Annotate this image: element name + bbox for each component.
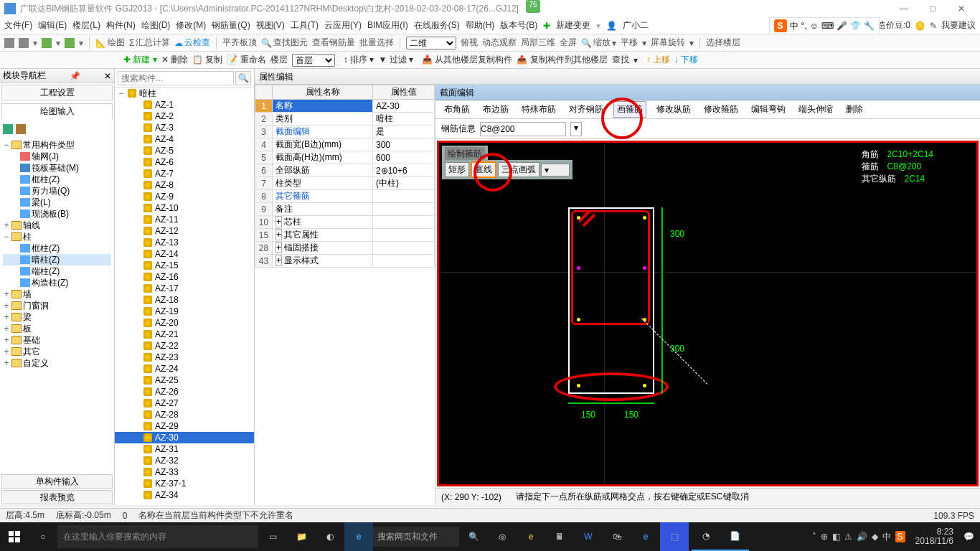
tray-ime-icon[interactable]: 中 <box>882 531 891 543</box>
ime-punct-icon[interactable]: °, <box>801 21 807 31</box>
task-edge-icon[interactable]: e <box>631 522 660 551</box>
list-item[interactable]: AZ-15 <box>115 260 254 271</box>
taskbar-clock[interactable]: 8:232018/11/6 <box>910 527 959 546</box>
property-row[interactable]: 8其它箍筋 <box>255 190 435 203</box>
user-name[interactable]: 广小二 <box>623 19 649 32</box>
undo-icon[interactable] <box>42 38 52 48</box>
list-item[interactable]: AZ-28 <box>115 409 254 420</box>
notification-icon[interactable]: 💬 <box>963 532 974 542</box>
new-button[interactable]: ✚ 新建 ▾ <box>123 54 157 66</box>
move-down-button[interactable]: ↓ 下移 <box>674 54 698 66</box>
task-ie2-icon[interactable]: e <box>517 522 545 551</box>
minimize-button[interactable]: — <box>890 4 918 14</box>
property-row[interactable]: 1名称AZ-30 <box>255 100 435 113</box>
menu-rebar[interactable]: 钢筋量(Q) <box>212 19 250 32</box>
section-tab[interactable]: 编辑弯钩 <box>748 102 788 117</box>
zoom-button[interactable]: 🔍 缩放 ▾ <box>581 37 616 49</box>
ime-skin-icon[interactable]: 👕 <box>850 21 861 31</box>
delete-button[interactable]: ✕ 删除 <box>161 54 188 66</box>
section-canvas[interactable]: 绘制箍筋 矩形 直线 三点画弧 ▾ 角筋 2C10+2C14 箍筋 C8@200… <box>437 141 979 486</box>
dock-close-icon[interactable]: ✕ <box>104 71 111 81</box>
draw-button[interactable]: 📐 绘图 <box>95 37 125 49</box>
list-item[interactable]: AZ-8 <box>115 179 254 191</box>
draw-rect-button[interactable]: 矩形 <box>445 162 469 177</box>
draw-line-button[interactable]: 直线 <box>471 161 496 178</box>
section-tab[interactable]: 布角筋 <box>441 102 473 117</box>
cloud-check-button[interactable]: ☁ 云检查 <box>174 37 210 49</box>
list-item[interactable]: AZ-17 <box>115 283 254 294</box>
property-row[interactable]: 7柱类型(中柱) <box>255 177 435 190</box>
list-item[interactable]: AZ-11 <box>115 214 254 225</box>
tab-draw-input[interactable]: 绘图输入 <box>1 103 113 119</box>
list-item[interactable]: AZ-18 <box>115 294 254 306</box>
list-item[interactable]: AZ-32 <box>115 455 254 466</box>
ime-floating-bar[interactable]: S 中 °, ☺ ⌨ 🎤 👕 🔧 <box>769 17 880 34</box>
menu-component[interactable]: 构件(N) <box>106 19 136 32</box>
ime-mode[interactable]: 中 <box>790 20 798 32</box>
list-item[interactable]: AZ-27 <box>115 397 254 409</box>
list-item[interactable]: AZ-14 <box>115 248 254 260</box>
copy-to-floor-button[interactable]: 📤 复制构件到其他楼层 <box>517 54 607 66</box>
tray-icon[interactable]: ◧ <box>832 532 840 542</box>
ime-emoji-icon[interactable]: ☺ <box>810 21 819 31</box>
tray-icon[interactable]: ⊕ <box>821 532 828 542</box>
task-word-icon[interactable]: W <box>574 522 603 551</box>
property-row[interactable]: 10+ 芯柱 <box>255 216 435 229</box>
component-list[interactable]: −暗柱 AZ-1AZ-2AZ-3AZ-4AZ-5AZ-6AZ-7AZ-8AZ-9… <box>115 88 254 505</box>
list-item[interactable]: AZ-16 <box>115 271 254 283</box>
menu-draw[interactable]: 绘图(D) <box>141 19 171 32</box>
orbit-button[interactable]: 动态观察 <box>482 37 517 49</box>
taskbar-search[interactable]: 在这里输入你要搜索的内容 <box>57 525 258 548</box>
list-item[interactable]: AZ-25 <box>115 375 254 386</box>
draw-more-button[interactable]: ▾ <box>541 164 570 176</box>
menu-floor[interactable]: 楼层(L) <box>72 19 100 32</box>
section-tab[interactable]: 画箍筋 <box>613 101 646 118</box>
list-item[interactable]: AZ-7 <box>115 168 254 179</box>
list-item[interactable]: AZ-20 <box>115 317 254 329</box>
new-change-icon[interactable]: ✚ <box>543 21 550 31</box>
task-store-icon[interactable]: 🛍 <box>603 522 631 551</box>
explorer-icon[interactable]: 📁 <box>287 522 316 551</box>
nav-icon-2[interactable] <box>16 124 26 134</box>
maximize-button[interactable]: □ <box>918 4 947 14</box>
browser-go-icon[interactable]: 🔍 <box>459 522 488 551</box>
redo-icon[interactable] <box>65 38 75 48</box>
rename-button[interactable]: 📝 重命名 <box>227 54 265 66</box>
floor-select[interactable]: 首层 <box>292 54 335 67</box>
section-tab[interactable]: 修改箍筋 <box>701 102 741 117</box>
find-element-button[interactable]: 🔍 查找图元 <box>261 37 308 49</box>
list-item[interactable]: AZ-33 <box>115 466 254 478</box>
list-item[interactable]: AZ-24 <box>115 363 254 375</box>
list-item[interactable]: AZ-9 <box>115 191 254 202</box>
list-item[interactable]: AZ-10 <box>115 202 254 214</box>
list-item[interactable]: AZ-5 <box>115 145 254 156</box>
move-up-button[interactable]: ↑ 上移 <box>646 54 670 66</box>
list-item[interactable]: AZ-12 <box>115 225 254 237</box>
task-app-icon[interactable]: ⬚ <box>660 522 689 551</box>
browser-search[interactable]: 搜索网页和文件 <box>373 527 459 547</box>
list-item[interactable]: AZ-2 <box>115 110 254 122</box>
ie-icon[interactable]: e <box>344 522 373 551</box>
nav-icon-1[interactable] <box>3 124 13 134</box>
save-icon[interactable] <box>19 38 29 48</box>
property-table[interactable]: 属性名称属性值 1名称AZ-302类别暗柱3截面编辑是4截面宽(B边)(mm)3… <box>255 85 435 505</box>
search-input[interactable] <box>118 71 234 85</box>
pin-icon[interactable]: 📌 <box>70 71 80 81</box>
calc-button[interactable]: Σ 汇总计算 <box>129 37 170 49</box>
list-item[interactable]: AZ-29 <box>115 420 254 432</box>
menu-tool[interactable]: 工具(T) <box>291 19 319 32</box>
section-tab[interactable]: 端头伸缩 <box>796 102 836 117</box>
property-row[interactable]: 2类别暗柱 <box>255 113 435 126</box>
ime-tool-icon[interactable]: 🔧 <box>864 21 875 31</box>
menu-modify[interactable]: 修改(M) <box>176 19 206 32</box>
section-tab[interactable]: 删除 <box>843 102 866 117</box>
search-icon[interactable]: 🔍 <box>235 71 251 85</box>
tray-vol-icon[interactable]: 🔊 <box>857 532 867 542</box>
dropdown-icon[interactable]: ▾ <box>570 122 582 136</box>
menu-view[interactable]: 视图(V) <box>256 19 285 32</box>
category-tree[interactable]: −常用构件类型 轴网(J) 筏板基础(M) 框柱(Z) 剪力墙(Q) 梁(L) … <box>0 138 114 474</box>
tree-selected[interactable]: 暗柱(Z) <box>32 254 60 266</box>
section-tab[interactable]: 布边筋 <box>480 102 512 117</box>
select-floor-button[interactable]: 选择楼层 <box>706 37 740 49</box>
list-item[interactable]: AZ-13 <box>115 237 254 248</box>
